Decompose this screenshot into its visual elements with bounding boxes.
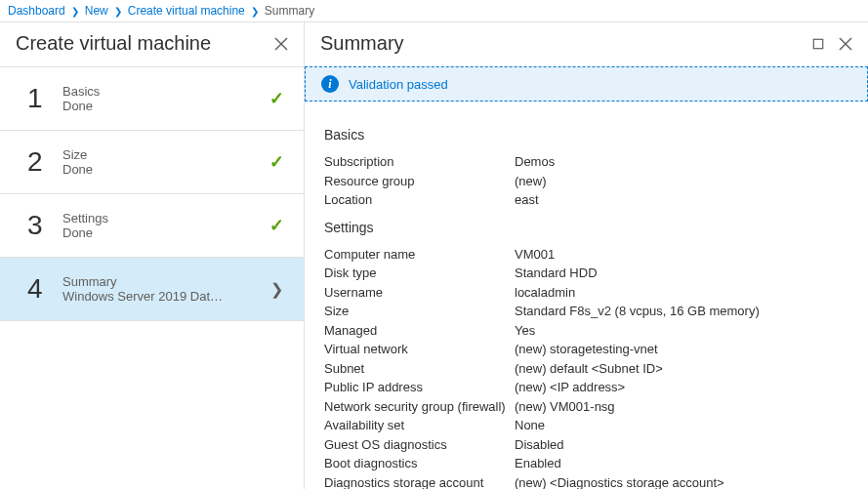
summary-row: Virtual network(new) storagetesting-vnet	[324, 340, 848, 359]
summary-value: (new) storagetesting-vnet	[515, 340, 658, 359]
section-heading-settings: Settings	[324, 220, 848, 235]
summary-key: Availability set	[324, 416, 515, 435]
breadcrumb-link-dashboard[interactable]: Dashboard	[8, 4, 65, 18]
summary-panel: Summary i Validation passed Basics Subsc…	[305, 22, 868, 489]
summary-row: Usernamelocaladmin	[324, 283, 848, 303]
close-icon[interactable]	[839, 37, 852, 51]
validation-message: Validation passed	[349, 77, 448, 92]
summary-row: Guest OS diagnosticsDisabled	[324, 435, 848, 455]
summary-value: Enabled	[515, 454, 561, 473]
breadcrumb-link-new[interactable]: New	[85, 4, 108, 18]
summary-row: Network security group (firewall)(new) V…	[324, 397, 848, 417]
step-subtitle: Windows Server 2019 Datacent...	[62, 289, 228, 304]
summary-header: Summary	[305, 22, 868, 66]
wizard-step-summary[interactable]: 4 Summary Windows Server 2019 Datacent..…	[0, 258, 304, 321]
summary-key: Diagnostics storage account	[324, 473, 515, 490]
summary-value: Demos	[515, 152, 555, 172]
summary-row: Public IP address(new) <IP address>	[324, 378, 848, 397]
summary-key: Location	[324, 190, 515, 210]
summary-row: Diagnostics storage account(new) <Diagno…	[324, 473, 848, 490]
wizard-steps: 1 Basics Done ✓ 2 Size Done ✓ 3 Settings	[0, 67, 304, 321]
summary-key: Disk type	[324, 264, 515, 283]
step-subtitle: Done	[62, 162, 228, 177]
summary-row: Subnet(new) default <Subnet ID>	[324, 359, 848, 379]
info-icon: i	[321, 75, 339, 93]
summary-key: Subscription	[324, 152, 515, 172]
summary-row: Resource group(new)	[324, 172, 848, 191]
summary-value: east	[515, 190, 539, 210]
wizard-header: Create virtual machine	[0, 22, 304, 66]
summary-row: Computer nameVM001	[324, 245, 848, 265]
summary-key: Guest OS diagnostics	[324, 435, 515, 455]
wizard-title: Create virtual machine	[16, 32, 211, 55]
chevron-right-icon: ❯	[112, 6, 124, 17]
summary-key: Public IP address	[324, 378, 515, 397]
summary-key: Boot diagnostics	[324, 454, 515, 473]
close-icon[interactable]	[274, 37, 288, 51]
summary-key: Network security group (firewall)	[324, 397, 515, 417]
check-icon: ✓	[269, 88, 284, 109]
summary-key: Managed	[324, 321, 515, 341]
breadcrumb: Dashboard ❯ New ❯ Create virtual machine…	[0, 0, 868, 22]
summary-value: VM001	[515, 245, 555, 265]
summary-key: Virtual network	[324, 340, 515, 359]
step-number: 1	[27, 83, 62, 114]
wizard-panel: Create virtual machine 1 Basics Done ✓ 2	[0, 22, 305, 489]
step-subtitle: Done	[62, 99, 228, 113]
step-title: Size	[62, 147, 265, 162]
summary-value: None	[515, 416, 545, 435]
summary-row: Availability setNone	[324, 416, 848, 435]
chevron-right-icon: ❯	[249, 6, 261, 17]
summary-row: SizeStandard F8s_v2 (8 vcpus, 16 GB memo…	[324, 302, 848, 321]
summary-value: (new) <IP address>	[515, 378, 625, 397]
step-title: Summary	[62, 274, 265, 289]
summary-key: Resource group	[324, 172, 515, 191]
step-number: 3	[27, 210, 62, 241]
summary-key: Username	[324, 283, 515, 303]
wizard-step-size[interactable]: 2 Size Done ✓	[0, 131, 304, 194]
validation-banner: i Validation passed	[305, 66, 868, 102]
summary-row: Disk typeStandard HDD	[324, 264, 848, 283]
summary-title: Summary	[320, 32, 404, 55]
check-icon: ✓	[269, 151, 284, 173]
summary-key: Size	[324, 302, 515, 321]
summary-value: Standard HDD	[515, 264, 598, 283]
step-subtitle: Done	[62, 225, 228, 240]
summary-value: (new) VM001-nsg	[515, 397, 615, 417]
summary-value: (new) default <Subnet ID>	[515, 359, 663, 379]
summary-body: Basics SubscriptionDemos Resource group(…	[305, 102, 868, 489]
check-icon: ✓	[269, 215, 284, 236]
step-title: Basics	[62, 84, 265, 99]
summary-value: Disabled	[515, 435, 564, 455]
summary-row: SubscriptionDemos	[324, 152, 848, 172]
section-heading-basics: Basics	[324, 127, 848, 143]
summary-row: Locationeast	[324, 190, 848, 210]
wizard-step-settings[interactable]: 3 Settings Done ✓	[0, 194, 304, 258]
breadcrumb-link-create-vm[interactable]: Create virtual machine	[128, 4, 245, 18]
wizard-step-basics[interactable]: 1 Basics Done ✓	[0, 67, 304, 131]
summary-key: Subnet	[324, 359, 515, 379]
summary-value: Yes	[515, 321, 535, 341]
chevron-right-icon: ❯	[270, 280, 283, 299]
breadcrumb-current: Summary	[265, 4, 314, 18]
summary-row: Boot diagnosticsEnabled	[324, 454, 848, 473]
summary-value: localadmin	[515, 283, 575, 303]
step-number: 2	[27, 146, 62, 178]
summary-value: (new)	[515, 172, 547, 191]
step-number: 4	[27, 273, 62, 305]
summary-value: (new) <Diagnostics storage account>	[515, 473, 724, 490]
summary-value: Standard F8s_v2 (8 vcpus, 16 GB memory)	[515, 302, 760, 321]
summary-key: Computer name	[324, 245, 515, 265]
summary-row: ManagedYes	[324, 321, 848, 341]
step-title: Settings	[62, 211, 265, 225]
chevron-right-icon: ❯	[69, 6, 81, 17]
svg-rect-2	[813, 39, 822, 48]
restore-icon[interactable]	[811, 37, 825, 51]
